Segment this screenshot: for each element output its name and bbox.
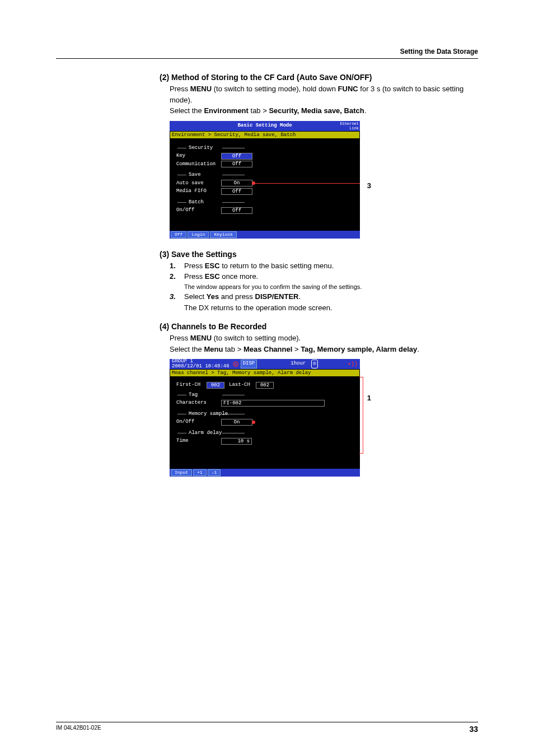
step-1: Press ESC to return to the basic setting…	[184, 260, 478, 272]
disp-button[interactable]: DISP	[241, 360, 257, 368]
interval-label: 1hour	[291, 360, 306, 368]
page-number: 33	[469, 725, 478, 734]
page-footer: IM 04L42B01-02E 33	[56, 722, 478, 734]
communication-label: Communication	[173, 161, 221, 169]
off-button[interactable]: Off	[171, 231, 186, 238]
key-value[interactable]: Off	[221, 153, 252, 160]
characters-label: Characters	[173, 399, 221, 407]
communication-value[interactable]: Off	[221, 161, 252, 167]
callout-1: 1	[367, 393, 371, 404]
group-tag: Tag	[189, 391, 357, 399]
autosave-label: Auto save	[173, 180, 221, 188]
bsm-breadcrumb: Environment > Security, Media save, Batc…	[170, 131, 360, 139]
step-3-note: The DX returns to the operation mode scr…	[184, 302, 478, 314]
signal-icon: •))	[348, 360, 358, 368]
datetime: 2008/12/01 10:48:46	[172, 364, 229, 369]
step-2-sub: The window appears for you to confirm th…	[184, 282, 478, 292]
screenshot-basic-setting: Basic Setting Mode Ethernet Link Environ…	[170, 121, 360, 239]
group-batch: Batch	[189, 199, 357, 207]
login-button[interactable]: Login	[188, 231, 209, 238]
group-alarm-delay: Alarm delay	[189, 430, 357, 437]
screenshot-meas-channel: GROUP 1 2008/12/01 10:48:46 ⨂ DISP 1hour…	[170, 359, 360, 477]
mediafifo-value[interactable]: Off	[221, 188, 252, 195]
section-2-title: (2) Method of Storing to the CF Card (Au…	[160, 72, 478, 83]
stop-icon: ◎	[311, 360, 317, 368]
input-button[interactable]: Input	[171, 469, 192, 476]
group-memory-sample: Memory sample	[189, 410, 357, 418]
doc-id: IM 04L42B01-02E	[56, 725, 101, 734]
main-content: (2) Method of Storing to the CF Card (Au…	[160, 72, 478, 477]
section-4-title: (4) Channels to Be Recorded	[160, 321, 478, 333]
running-header: Setting the Data Storage	[400, 48, 478, 55]
callout-dot-1	[252, 421, 255, 424]
error-icon: ⨂	[233, 360, 238, 368]
minus1-button[interactable]: -1	[208, 469, 221, 476]
mc-breadcrumb: Meas channel > Tag, Memory sample, Alarm…	[170, 369, 360, 377]
group-security: Security	[189, 144, 357, 152]
callout-line-3	[255, 183, 360, 184]
alarm-time-value[interactable]: 10 s	[221, 438, 252, 445]
memsample-onoff-label: On/Off	[173, 418, 221, 426]
step-1-num: 1.	[170, 260, 179, 272]
header-rule	[56, 58, 478, 59]
memsample-onoff-value[interactable]: On	[221, 419, 252, 426]
callout-3: 3	[367, 180, 371, 192]
section-2-p2: Select the Environment tab > Security, M…	[170, 105, 478, 116]
characters-value[interactable]: FI-002	[221, 400, 325, 407]
key-label: Key	[173, 152, 221, 160]
step-3: Select Yes and press DISP/ENTER.	[184, 291, 478, 302]
keylock-button[interactable]: Keylock	[210, 231, 237, 238]
section-4-p1: Press MENU (to switch to setting mode).	[170, 333, 478, 344]
step-2-num: 2.	[170, 271, 179, 282]
alarm-time-label: Time	[173, 437, 221, 445]
step-3-num: 3.	[170, 291, 179, 302]
last-ch-value[interactable]: 002	[256, 382, 274, 389]
plus1-button[interactable]: +1	[193, 469, 207, 476]
step-2: Press ESC once more.	[184, 271, 478, 282]
group-save: Save	[189, 171, 357, 179]
section-4-p2: Select the Menu tab > Meas Channel > Tag…	[170, 344, 478, 355]
section-3-title: (3) Save the Settings	[160, 249, 478, 260]
mediafifo-label: Media FIFO	[173, 188, 221, 195]
batch-onoff-value[interactable]: Off	[221, 207, 252, 214]
bsm-title: Basic Setting Mode	[170, 122, 360, 130]
callout-bracket-1	[359, 377, 363, 454]
first-ch-value[interactable]: 002	[207, 382, 224, 389]
section-2-p1: Press MENU (to switch to setting mode), …	[170, 83, 478, 105]
autosave-value[interactable]: On	[221, 180, 252, 186]
batch-onoff-label: On/Off	[173, 207, 221, 214]
last-ch-label: Last-CH	[224, 381, 256, 389]
first-ch-label: First-CH	[173, 381, 207, 389]
